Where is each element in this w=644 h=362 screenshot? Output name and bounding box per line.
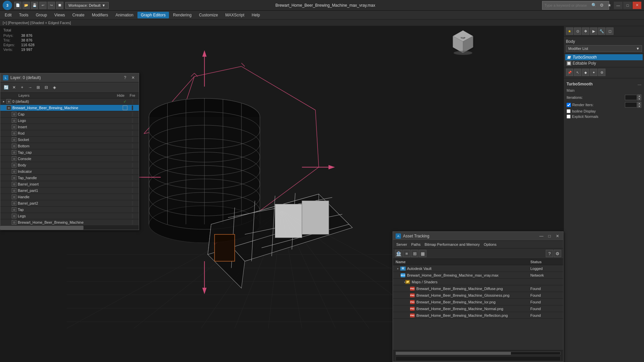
asset-menu-options[interactable]: Options xyxy=(482,242,498,247)
menu-item-animation[interactable]: Animation xyxy=(112,12,137,18)
minimize-button[interactable]: — xyxy=(614,2,623,9)
asset-row[interactable]: PNGBrewart_Home_Beer_Brewing_Machine_Dif… xyxy=(393,285,563,292)
asset-menu-paths[interactable]: Paths xyxy=(410,242,422,247)
layer-item[interactable]: ⊡Bottom xyxy=(0,143,139,149)
camera-icon[interactable]: ⊙ xyxy=(574,27,581,35)
layer-item[interactable]: ⊡Tap xyxy=(0,207,139,213)
asset-max-button[interactable]: □ xyxy=(546,233,552,239)
explicit-normals-checkbox[interactable] xyxy=(567,115,571,119)
hierarchy-icon[interactable]: ❖ xyxy=(582,27,589,35)
expand-icon[interactable]: ▸ xyxy=(2,99,6,103)
search-icon[interactable]: 🔍 xyxy=(591,2,597,9)
layer-item[interactable]: ⊡Insert xyxy=(0,124,139,130)
layer-item[interactable]: ⊡Tap_handle xyxy=(0,175,139,181)
menu-item-rendering[interactable]: Rendering xyxy=(170,12,195,18)
pin-icon[interactable]: 📌 xyxy=(566,69,573,76)
render-iters-checkbox[interactable] xyxy=(567,103,571,107)
asset-help-icon[interactable]: ? xyxy=(546,250,553,257)
motion-icon[interactable]: ▶ xyxy=(590,27,597,35)
search-options-icon[interactable]: ⚙ xyxy=(598,2,605,9)
layer-delete-icon[interactable]: ✕ xyxy=(10,84,18,91)
render-iters-up[interactable]: ▲ xyxy=(637,102,641,105)
asset-settings-icon[interactable]: ⚙ xyxy=(554,250,561,257)
close-button[interactable]: ✕ xyxy=(633,2,641,9)
nav-cube[interactable]: TOP xyxy=(450,29,476,56)
layer-item[interactable]: ⊡Barrel_insert xyxy=(0,181,139,188)
move-icon[interactable]: ✦ xyxy=(590,69,597,76)
layer-item[interactable]: ⊡Console xyxy=(0,156,139,162)
editable-poly-modifier[interactable]: ⬜ Editable Poly xyxy=(565,60,643,66)
layer-item[interactable]: ⊡Handle xyxy=(0,194,139,200)
asset-row[interactable]: PNGBrewart_Home_Beer_Brewing_Machine_Nor… xyxy=(393,305,563,312)
asset-row[interactable]: PNGBrewart_Home_Beer_Brewing_Machine_Ior… xyxy=(393,299,563,305)
vertex-icon[interactable]: ◆ xyxy=(582,69,589,76)
isoline-checkbox[interactable] xyxy=(567,109,571,113)
select-button[interactable]: 🔲 xyxy=(56,2,63,9)
layer-item[interactable]: ⊡Body xyxy=(0,162,139,168)
layer-item[interactable]: ⊡Legs xyxy=(0,213,139,219)
asset-expand-icon[interactable]: ▸ xyxy=(396,280,405,284)
save-button[interactable]: 💾 xyxy=(31,2,38,9)
menu-item-customize[interactable]: Customize xyxy=(195,12,221,18)
asset-row[interactable]: PNGBrewart_Home_Beer_Brewing_Machine_Ref… xyxy=(393,312,563,319)
render-iters-value[interactable]: 2 xyxy=(625,102,637,107)
expand-icon[interactable] xyxy=(2,106,6,110)
menu-item-help[interactable]: Help xyxy=(248,12,264,18)
maximize-button[interactable]: □ xyxy=(623,2,632,9)
asset-min-button[interactable]: — xyxy=(538,233,544,239)
layer-item[interactable]: ⊡Socket xyxy=(0,137,139,143)
utilities-icon[interactable]: 🔧 xyxy=(598,27,605,35)
layer-select-icon[interactable]: ◈ xyxy=(51,84,58,91)
layer-item[interactable]: ⊡Rod xyxy=(0,130,139,137)
layer-scrollbar-thumb[interactable] xyxy=(0,226,83,230)
pointer-icon[interactable]: ↖ xyxy=(574,69,581,76)
sun-icon[interactable]: ★ xyxy=(566,27,573,35)
layer-item[interactable]: ⊡Logo xyxy=(0,118,139,124)
asset-menu-server[interactable]: Server xyxy=(395,242,408,247)
asset-row[interactable]: ▸🏛Autodesk VaultLogged xyxy=(393,265,563,272)
asset-row[interactable]: MAXBrewart_Home_Beer_Brewing_Machine_max… xyxy=(393,272,563,279)
menu-item-maxscript[interactable]: MAXScript xyxy=(222,12,248,18)
search-input[interactable] xyxy=(544,3,591,7)
render-iters-down[interactable]: ▼ xyxy=(637,105,641,108)
modifier-list-button[interactable]: Modifier List ▼ xyxy=(566,45,642,52)
iterations-down[interactable]: ▼ xyxy=(637,97,641,100)
asset-thumbnail-icon[interactable]: ⊞ xyxy=(411,250,418,257)
asset-table-icon[interactable]: ▦ xyxy=(419,250,426,257)
menu-item-edit[interactable]: Edit xyxy=(1,12,15,18)
display-icon[interactable]: ◻ xyxy=(606,27,613,35)
collapse-icon[interactable]: — xyxy=(638,82,641,86)
layer-item[interactable]: ⊡Cap xyxy=(0,111,139,118)
layer-item[interactable]: ⊡Barrel_part2 xyxy=(0,200,139,207)
asset-row[interactable]: ▸📁Maps / Shaders xyxy=(393,279,563,285)
layer-add-icon[interactable]: + xyxy=(18,84,26,91)
menu-item-group[interactable]: Group xyxy=(33,12,50,18)
menu-item-views[interactable]: Views xyxy=(51,12,68,18)
star-icon[interactable]: ★ xyxy=(606,2,613,9)
layer-refresh-icon[interactable]: 🔄 xyxy=(2,84,10,91)
undo-button[interactable]: ↩ xyxy=(39,2,47,9)
new-button[interactable]: 📄 xyxy=(14,2,21,9)
layer-expand-icon[interactable]: ⊞ xyxy=(35,84,42,91)
menu-item-tools[interactable]: Tools xyxy=(16,12,32,18)
asset-vault-icon[interactable]: 🏦 xyxy=(395,250,402,257)
asset-row[interactable]: PNGBrewart_Home_Beer_Brewing_Machine_Glo… xyxy=(393,292,563,299)
layer-item[interactable]: ⊡Indicator xyxy=(0,168,139,175)
iterations-value[interactable]: 0 xyxy=(625,95,637,100)
menu-item-modifiers[interactable]: Modifiers xyxy=(89,12,112,18)
workspace-dropdown[interactable]: Workspace: Default ▼ xyxy=(65,2,109,9)
layer-move-icon[interactable]: → xyxy=(26,84,34,91)
layer-close-button[interactable]: ✕ xyxy=(130,75,136,81)
layer-collapse-icon[interactable]: ⊟ xyxy=(43,84,50,91)
app-logo[interactable]: 3 xyxy=(3,1,12,10)
asset-close-button[interactable]: ✕ xyxy=(554,233,561,239)
asset-expand-icon[interactable]: ▸ xyxy=(396,267,400,270)
layer-scrollbar[interactable] xyxy=(0,226,139,230)
layer-item[interactable]: ▸⊞0 (default)✓ xyxy=(0,98,139,105)
open-button[interactable]: 📂 xyxy=(22,2,30,9)
redo-button[interactable]: ↪ xyxy=(48,2,55,9)
layer-item[interactable]: ⊡Tap_cap xyxy=(0,149,139,156)
layer-help-button[interactable]: ? xyxy=(122,75,128,81)
layer-item[interactable]: ⊡Brewart_Home_Beer_Brewing_Machine xyxy=(0,219,139,226)
turbosmooth-modifier[interactable]: ⬜ TurboSmooth xyxy=(565,54,643,60)
